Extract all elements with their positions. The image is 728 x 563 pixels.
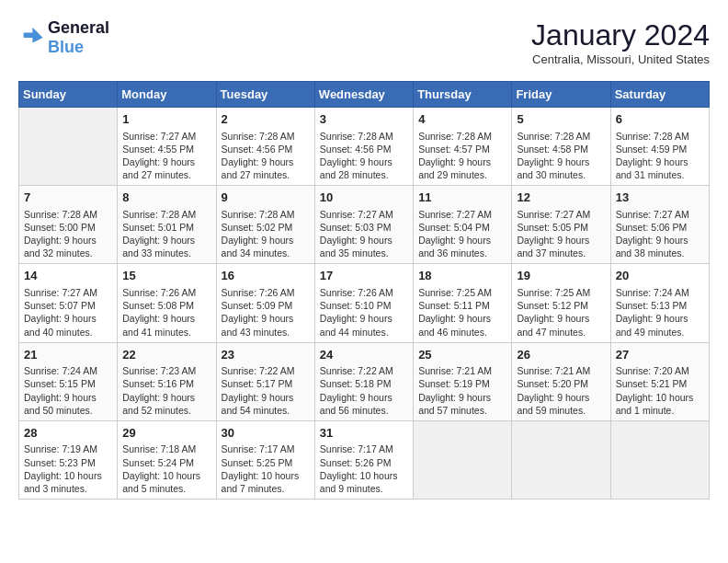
day-number: 13: [616, 190, 704, 206]
day-info: Sunrise: 7:21 AMSunset: 5:20 PMDaylight:…: [517, 365, 590, 416]
day-number: 1: [122, 111, 210, 128]
calendar-cell: 9Sunrise: 7:28 AMSunset: 5:02 PMDaylight…: [216, 186, 314, 264]
calendar-cell: 11Sunrise: 7:27 AMSunset: 5:04 PMDayligh…: [414, 186, 512, 264]
day-number: 7: [24, 190, 112, 206]
calendar-cell: 12Sunrise: 7:27 AMSunset: 5:05 PMDayligh…: [512, 186, 610, 264]
calendar-cell: 16Sunrise: 7:26 AMSunset: 5:09 PMDayligh…: [216, 264, 314, 342]
logo-text: General Blue: [48, 18, 109, 57]
day-info: Sunrise: 7:27 AMSunset: 5:07 PMDaylight:…: [24, 287, 97, 338]
day-info: Sunrise: 7:19 AMSunset: 5:23 PMDaylight:…: [24, 443, 102, 494]
day-number: 30: [222, 425, 310, 442]
day-info: Sunrise: 7:28 AMSunset: 5:01 PMDaylight:…: [122, 209, 196, 259]
day-info: Sunrise: 7:26 AMSunset: 5:10 PMDaylight:…: [320, 287, 393, 338]
calendar-body: 1Sunrise: 7:27 AMSunset: 4:55 PMDaylight…: [19, 108, 710, 500]
day-number: 21: [24, 347, 112, 363]
day-info: Sunrise: 7:28 AMSunset: 4:59 PMDaylight:…: [616, 131, 689, 181]
day-info: Sunrise: 7:18 AMSunset: 5:24 PMDaylight:…: [122, 443, 200, 494]
day-number: 9: [222, 190, 310, 206]
day-info: Sunrise: 7:17 AMSunset: 5:25 PMDaylight:…: [222, 443, 300, 494]
column-header-friday: Friday: [512, 82, 610, 108]
calendar-header: SundayMondayTuesdayWednesdayThursdayFrid…: [19, 82, 710, 108]
day-info: Sunrise: 7:22 AMSunset: 5:18 PMDaylight:…: [320, 365, 393, 416]
day-info: Sunrise: 7:24 AMSunset: 5:15 PMDaylight:…: [24, 365, 97, 416]
column-header-tuesday: Tuesday: [216, 82, 314, 108]
day-number: 26: [517, 347, 605, 363]
day-info: Sunrise: 7:20 AMSunset: 5:21 PMDaylight:…: [616, 365, 694, 416]
day-info: Sunrise: 7:27 AMSunset: 5:06 PMDaylight:…: [616, 209, 689, 259]
calendar-cell: 18Sunrise: 7:25 AMSunset: 5:11 PMDayligh…: [414, 264, 512, 342]
day-number: 6: [616, 111, 704, 128]
day-number: 25: [418, 347, 506, 363]
calendar-cell: 20Sunrise: 7:24 AMSunset: 5:13 PMDayligh…: [610, 264, 709, 342]
day-number: 8: [122, 190, 210, 206]
day-info: Sunrise: 7:27 AMSunset: 5:04 PMDaylight:…: [418, 209, 492, 259]
page-subtitle: Centralia, Missouri, United States: [531, 52, 710, 66]
day-number: 11: [418, 190, 506, 206]
day-number: 23: [222, 347, 310, 363]
day-info: Sunrise: 7:28 AMSunset: 4:58 PMDaylight:…: [517, 131, 590, 181]
day-number: 16: [222, 268, 310, 284]
calendar-cell: 13Sunrise: 7:27 AMSunset: 5:06 PMDayligh…: [610, 186, 709, 264]
day-info: Sunrise: 7:25 AMSunset: 5:12 PMDaylight:…: [517, 287, 590, 338]
day-info: Sunrise: 7:28 AMSunset: 4:56 PMDaylight:…: [222, 131, 295, 181]
column-header-monday: Monday: [118, 82, 216, 108]
day-number: 14: [24, 268, 112, 284]
calendar-cell: 25Sunrise: 7:21 AMSunset: 5:19 PMDayligh…: [414, 342, 512, 420]
title-block: January 2024 Centralia, Missouri, United…: [531, 18, 710, 66]
day-info: Sunrise: 7:17 AMSunset: 5:26 PMDaylight:…: [320, 443, 398, 494]
day-number: 4: [418, 111, 506, 128]
day-number: 28: [24, 425, 112, 442]
calendar-cell: 3Sunrise: 7:28 AMSunset: 4:56 PMDaylight…: [314, 108, 413, 186]
logo: General Blue: [18, 18, 109, 57]
day-number: 31: [320, 425, 408, 442]
page-title: January 2024: [531, 18, 710, 52]
calendar-week-3: 14Sunrise: 7:27 AMSunset: 5:07 PMDayligh…: [19, 264, 710, 342]
day-info: Sunrise: 7:28 AMSunset: 4:56 PMDaylight:…: [320, 131, 393, 181]
day-info: Sunrise: 7:28 AMSunset: 5:02 PMDaylight:…: [222, 209, 295, 259]
column-header-saturday: Saturday: [610, 82, 709, 108]
calendar-cell: [19, 108, 118, 186]
column-header-sunday: Sunday: [19, 82, 118, 108]
day-info: Sunrise: 7:27 AMSunset: 5:05 PMDaylight:…: [517, 209, 590, 259]
day-info: Sunrise: 7:21 AMSunset: 5:19 PMDaylight:…: [418, 365, 492, 416]
day-info: Sunrise: 7:27 AMSunset: 4:55 PMDaylight:…: [122, 131, 196, 181]
day-number: 24: [320, 347, 408, 363]
day-number: 18: [418, 268, 506, 284]
calendar-cell: 5Sunrise: 7:28 AMSunset: 4:58 PMDaylight…: [512, 108, 610, 186]
day-number: 12: [517, 190, 605, 206]
calendar-cell: 19Sunrise: 7:25 AMSunset: 5:12 PMDayligh…: [512, 264, 610, 342]
calendar-cell: 24Sunrise: 7:22 AMSunset: 5:18 PMDayligh…: [314, 342, 413, 420]
svg-marker-0: [24, 28, 43, 43]
calendar-cell: 23Sunrise: 7:22 AMSunset: 5:17 PMDayligh…: [216, 342, 314, 420]
day-number: 2: [222, 111, 310, 128]
day-info: Sunrise: 7:25 AMSunset: 5:11 PMDaylight:…: [418, 287, 492, 338]
calendar-cell: 8Sunrise: 7:28 AMSunset: 5:01 PMDaylight…: [118, 186, 216, 264]
day-info: Sunrise: 7:27 AMSunset: 5:03 PMDaylight:…: [320, 209, 393, 259]
day-number: 3: [320, 111, 408, 128]
calendar-cell: 10Sunrise: 7:27 AMSunset: 5:03 PMDayligh…: [314, 186, 413, 264]
day-number: 29: [122, 425, 210, 442]
calendar-cell: [414, 420, 512, 499]
calendar-cell: [610, 420, 709, 499]
calendar-cell: 31Sunrise: 7:17 AMSunset: 5:26 PMDayligh…: [314, 420, 413, 499]
day-info: Sunrise: 7:26 AMSunset: 5:08 PMDaylight:…: [122, 287, 196, 338]
day-info: Sunrise: 7:28 AMSunset: 5:00 PMDaylight:…: [24, 209, 97, 259]
calendar-cell: 29Sunrise: 7:18 AMSunset: 5:24 PMDayligh…: [118, 420, 216, 499]
day-number: 15: [122, 268, 210, 284]
day-number: 17: [320, 268, 408, 284]
day-info: Sunrise: 7:24 AMSunset: 5:13 PMDaylight:…: [616, 287, 689, 338]
calendar-cell: 15Sunrise: 7:26 AMSunset: 5:08 PMDayligh…: [118, 264, 216, 342]
calendar-week-5: 28Sunrise: 7:19 AMSunset: 5:23 PMDayligh…: [19, 420, 710, 499]
calendar-week-4: 21Sunrise: 7:24 AMSunset: 5:15 PMDayligh…: [19, 342, 710, 420]
day-info: Sunrise: 7:28 AMSunset: 4:57 PMDaylight:…: [418, 131, 492, 181]
calendar-cell: 21Sunrise: 7:24 AMSunset: 5:15 PMDayligh…: [19, 342, 118, 420]
calendar-cell: 14Sunrise: 7:27 AMSunset: 5:07 PMDayligh…: [19, 264, 118, 342]
calendar-cell: 6Sunrise: 7:28 AMSunset: 4:59 PMDaylight…: [610, 108, 709, 186]
day-info: Sunrise: 7:26 AMSunset: 5:09 PMDaylight:…: [222, 287, 295, 338]
day-number: 5: [517, 111, 605, 128]
calendar-cell: 28Sunrise: 7:19 AMSunset: 5:23 PMDayligh…: [19, 420, 118, 499]
day-number: 20: [616, 268, 704, 284]
calendar-table: SundayMondayTuesdayWednesdayThursdayFrid…: [18, 81, 710, 500]
calendar-cell: 7Sunrise: 7:28 AMSunset: 5:00 PMDaylight…: [19, 186, 118, 264]
calendar-cell: 27Sunrise: 7:20 AMSunset: 5:21 PMDayligh…: [610, 342, 709, 420]
